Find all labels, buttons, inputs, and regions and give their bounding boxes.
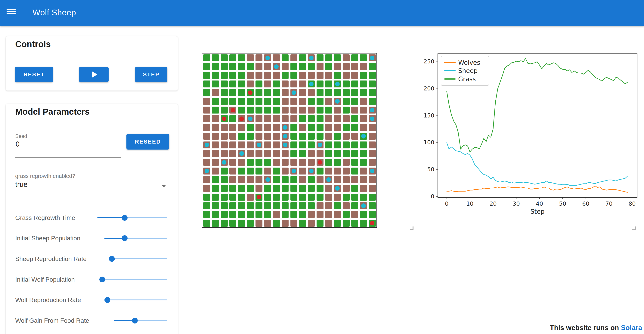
grass-cell — [360, 89, 367, 96]
x-tick-label: 50 — [555, 200, 570, 207]
slider-handle[interactable] — [122, 235, 128, 241]
grass-cell — [247, 107, 254, 114]
grass-cell — [334, 220, 341, 227]
grass-cell — [212, 72, 219, 79]
menu-icon[interactable] — [6, 7, 18, 18]
resize-handle-icon[interactable] — [632, 226, 636, 230]
dirt-cell — [360, 115, 367, 122]
grass-cell — [360, 220, 367, 227]
dirt-cell — [273, 159, 280, 166]
grass-cell — [238, 167, 245, 174]
grass-cell — [308, 63, 315, 70]
dirt-cell — [334, 115, 341, 122]
dirt-cell — [238, 142, 245, 149]
grass-cell — [230, 185, 236, 192]
grass-cell — [247, 63, 254, 70]
grass-cell — [351, 185, 358, 192]
dirt-cell — [264, 167, 271, 174]
grass-regrowth-enabled-select[interactable]: true — [15, 180, 28, 188]
dirt-cell — [273, 142, 280, 149]
chevron-down-icon[interactable] — [162, 185, 166, 187]
grass-cell — [334, 159, 341, 166]
dirt-cell — [212, 159, 219, 166]
dirt-cell — [334, 107, 341, 114]
slider-track[interactable] — [104, 238, 168, 239]
slider-row-grass-regrowth-time: Grass Regrowth Time — [6, 213, 178, 222]
reseed-button[interactable]: RESEED — [126, 134, 169, 150]
slider-handle[interactable] — [132, 318, 138, 324]
grass-cell — [308, 185, 315, 192]
dirt-cell — [282, 220, 288, 227]
dirt-cell — [238, 159, 245, 166]
grass-cell — [264, 202, 271, 209]
slider-track[interactable] — [97, 217, 168, 218]
play-button[interactable] — [79, 67, 108, 82]
seed-input[interactable] — [15, 140, 118, 149]
dirt-cell — [316, 150, 324, 157]
grass-cell — [369, 194, 376, 201]
dirt-cell — [221, 133, 228, 140]
grass-cell — [256, 159, 262, 166]
grass-cell — [230, 80, 236, 87]
slider-track[interactable] — [105, 300, 168, 300]
grass-cell — [316, 98, 324, 105]
grass-cell — [360, 194, 367, 201]
dirt-cell — [343, 185, 350, 192]
grass-cell — [212, 220, 219, 227]
grass-cell — [238, 194, 245, 201]
grass-cell — [316, 185, 324, 192]
dirt-cell — [308, 150, 315, 157]
grass-cell — [230, 98, 236, 105]
sheep-marker — [361, 134, 366, 139]
dirt-cell — [334, 176, 341, 183]
grass-cell — [299, 150, 306, 157]
dirt-cell — [273, 115, 280, 122]
grass-cell — [212, 185, 219, 192]
step-button[interactable]: STEP — [135, 67, 168, 82]
sheep-series-line — [447, 143, 628, 185]
solara-link[interactable]: Solara — [621, 324, 642, 332]
slider-handle[interactable] — [104, 297, 110, 303]
y-tick-label: 150 — [421, 112, 434, 119]
grass-cell — [308, 115, 315, 122]
grass-cell — [264, 185, 271, 192]
dirt-cell — [264, 142, 271, 149]
dirt-cell — [299, 98, 306, 105]
grass-cell — [212, 202, 219, 209]
dirt-cell — [360, 167, 367, 174]
x-tick-label: 70 — [602, 200, 616, 207]
grass-cell — [343, 98, 350, 105]
dirt-cell — [273, 72, 280, 79]
slider-track[interactable] — [100, 279, 168, 280]
wolf-marker — [257, 195, 261, 199]
slider-handle[interactable] — [122, 215, 128, 221]
sheep-marker — [370, 117, 374, 121]
grass-cell — [203, 211, 210, 218]
grass-cell — [212, 107, 219, 114]
slider-handle[interactable] — [109, 256, 115, 262]
grass-cell — [316, 54, 324, 61]
grass-cell — [299, 194, 306, 201]
dirt-cell — [290, 54, 298, 61]
grass-cell — [273, 185, 280, 192]
grass-cell — [369, 98, 376, 105]
resize-handle-icon[interactable] — [410, 226, 414, 230]
dirt-cell — [290, 80, 298, 87]
reset-button[interactable]: RESET — [15, 67, 53, 82]
sheep-marker — [204, 169, 209, 173]
sheep-marker — [292, 90, 296, 95]
grid-canvas[interactable] — [202, 53, 377, 228]
dirt-cell — [203, 133, 210, 140]
sheep-marker — [370, 169, 374, 173]
slider-label: Sheep Reproduction Rate — [15, 254, 86, 264]
dirt-cell — [230, 142, 236, 149]
grass-cell — [247, 133, 254, 140]
grass-cell — [299, 142, 306, 149]
dirt-cell — [360, 185, 367, 192]
grass-cell — [230, 115, 236, 122]
dirt-cell — [282, 150, 288, 157]
grass-cell — [238, 220, 245, 227]
slider-track[interactable] — [114, 320, 168, 321]
slider-track[interactable] — [110, 258, 168, 259]
slider-handle[interactable] — [100, 277, 105, 282]
